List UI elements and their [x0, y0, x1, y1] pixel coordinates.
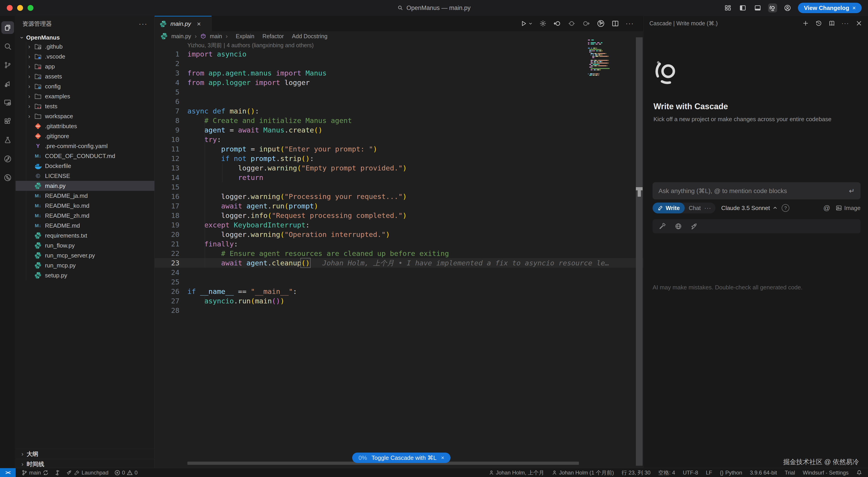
- tree-item-.gitattributes[interactable]: .gitattributes: [16, 121, 154, 131]
- code-line-13[interactable]: 13 logger.warning("Empty prompt provided…: [155, 163, 643, 173]
- code-line-17[interactable]: 17 await agent.run(prompt): [155, 201, 643, 211]
- submit-return-icon[interactable]: ↵: [849, 187, 855, 195]
- mode-more-icon[interactable]: ···: [704, 205, 711, 211]
- timeline-run-icon[interactable]: [597, 20, 605, 28]
- code-line-9[interactable]: 9 agent = await Manus.create(): [155, 125, 643, 135]
- chat-mode-button[interactable]: Chat: [689, 205, 701, 211]
- remote-indicator[interactable]: ><: [0, 468, 16, 477]
- minimap[interactable]: [588, 37, 636, 75]
- code-editor[interactable]: Yizhou, 3周前 | 4 authors (liangxinbing an…: [155, 41, 643, 466]
- tree-item-LICENSE[interactable]: ©LICENSE: [16, 171, 154, 181]
- tree-item-CODE_OF_CONDUCT.md[interactable]: M↓CODE_OF_CONDUCT.md: [16, 151, 154, 161]
- codelens-add-docstring[interactable]: Add Docstring: [292, 33, 328, 39]
- trial-status[interactable]: Trial: [784, 470, 795, 476]
- blame-commit-status[interactable]: Johan Holm (1 个月前): [552, 469, 614, 476]
- code-line-20[interactable]: 20 logger.warning("Operation interrupted…: [155, 230, 643, 239]
- tree-item-setup.py[interactable]: setup.py: [16, 270, 154, 280]
- cascade-prompt-input[interactable]: Ask anything (⌘L), @ to mention code blo…: [653, 182, 861, 199]
- nav-forward-icon[interactable]: [582, 20, 590, 27]
- tree-item-Dockerfile[interactable]: Dockerfile: [16, 161, 154, 171]
- minimize-window-button[interactable]: [17, 5, 23, 11]
- window-title-search[interactable]: OpenManus — main.py: [397, 0, 471, 16]
- code-line-6[interactable]: 6: [155, 97, 643, 106]
- activity-plugin-share-icon[interactable]: [0, 149, 16, 168]
- eol-status[interactable]: LF: [706, 470, 712, 476]
- tree-item-workspace[interactable]: ›workspace: [16, 111, 154, 121]
- nav-back-icon[interactable]: [553, 20, 561, 27]
- tab-main-py[interactable]: main.py ×: [155, 16, 212, 31]
- open-docs-icon[interactable]: [829, 20, 835, 27]
- problems-status[interactable]: 0 0: [114, 470, 138, 476]
- editor-more-actions-icon[interactable]: ···: [626, 20, 634, 27]
- code-line-28[interactable]: 28: [155, 306, 643, 315]
- codelens-refactor[interactable]: Refactor: [262, 33, 284, 39]
- model-help-icon[interactable]: ?: [782, 204, 789, 212]
- breadcrumb-symbol[interactable]: main: [210, 33, 222, 39]
- outline-section[interactable]: › 大纲: [16, 449, 154, 459]
- activity-search-icon[interactable]: [0, 37, 16, 56]
- codelens-explain[interactable]: Explain: [236, 33, 254, 39]
- toggle-panel-icon[interactable]: [753, 3, 762, 12]
- code-line-16[interactable]: 16 logger.warning("Processing your reque…: [155, 192, 643, 201]
- tree-item-README_ja.md[interactable]: M↓README_ja.md: [16, 191, 154, 201]
- code-line-23[interactable]: 23 await agent.cleanup() Johan Holm, 上个月…: [155, 258, 643, 268]
- tree-item-README.md[interactable]: M↓README.md: [16, 221, 154, 231]
- timeline-section[interactable]: › 时间线: [16, 459, 154, 469]
- close-panel-icon[interactable]: [856, 20, 862, 27]
- scrollbar-thumb-stem[interactable]: [638, 190, 641, 197]
- code-line-22[interactable]: 22 # Ensure agent resources are cleaned …: [155, 249, 643, 258]
- tree-item-README_zh.md[interactable]: M↓README_zh.md: [16, 211, 154, 221]
- history-icon[interactable]: [815, 20, 822, 27]
- toggle-sidebar-icon[interactable]: [738, 3, 747, 12]
- code-line-18[interactable]: 18 logger.info("Request processing compl…: [155, 211, 643, 220]
- code-line-25[interactable]: 25: [155, 277, 643, 287]
- panel-more-actions-icon[interactable]: ···: [842, 20, 849, 27]
- code-line-1[interactable]: 1import asyncio: [155, 49, 643, 59]
- explorer-more-actions-icon[interactable]: ···: [139, 20, 148, 28]
- windsurf-settings-status[interactable]: Windsurf - Settings: [803, 470, 848, 476]
- breadcrumb-file[interactable]: main.py: [171, 33, 191, 39]
- code-line-5[interactable]: 5: [155, 87, 643, 97]
- git-graph-status[interactable]: [55, 470, 60, 476]
- tree-item-examples[interactable]: ›examples: [16, 91, 154, 101]
- write-mode-button[interactable]: Write: [653, 203, 685, 213]
- new-conversation-icon[interactable]: [802, 20, 809, 27]
- git-blame-codelens[interactable]: Yizhou, 3周前 | 4 authors (liangxinbing an…: [155, 41, 643, 49]
- split-editor-icon[interactable]: [612, 20, 619, 27]
- toast-close-icon[interactable]: ×: [441, 455, 444, 461]
- tree-item-.pre-commit-config.yaml[interactable]: Y.pre-commit-config.yaml: [16, 141, 154, 151]
- tree-item-requirements.txt[interactable]: requirements.txt: [16, 231, 154, 241]
- code-line-3[interactable]: 3from app.agent.manus import Manus: [155, 68, 643, 78]
- scrollbar-thumb[interactable]: [636, 187, 643, 190]
- notifications-bell-icon[interactable]: [856, 470, 862, 476]
- tree-item-assets[interactable]: ›assets: [16, 71, 154, 81]
- tree-item-.github[interactable]: ›.github: [16, 41, 154, 52]
- workspace-root-folder[interactable]: › OpenManus: [16, 33, 154, 42]
- code-line-26[interactable]: 26if __name__ == "__main__":: [155, 287, 643, 296]
- activity-source-control-icon[interactable]: [0, 56, 16, 74]
- language-mode-status[interactable]: {} Python: [720, 470, 742, 476]
- activity-extensions-icon[interactable]: [0, 112, 16, 131]
- tree-item-app[interactable]: ›app: [16, 61, 154, 71]
- git-branch-status[interactable]: main: [22, 470, 49, 476]
- code-line-7[interactable]: 7async def main():: [155, 106, 643, 116]
- changelog-close-icon[interactable]: ×: [852, 4, 856, 11]
- tab-close-icon[interactable]: ×: [197, 20, 201, 28]
- activity-explorer-icon[interactable]: [0, 18, 16, 37]
- code-line-12[interactable]: 12 if not prompt.strip():: [155, 154, 643, 163]
- tree-item-run_mcp.py[interactable]: run_mcp.py: [16, 261, 154, 270]
- mention-at-icon[interactable]: @: [823, 204, 830, 212]
- code-line-10[interactable]: 10 try:: [155, 135, 643, 144]
- blame-author-status[interactable]: Johan Holm, 上个月: [489, 469, 544, 476]
- code-line-27[interactable]: 27 asyncio.run(main()): [155, 296, 643, 306]
- launchpad-status[interactable]: Launchpad: [66, 470, 108, 476]
- code-line-8[interactable]: 8 # Create and initialize Manus agent: [155, 116, 643, 125]
- cascade-toggle-icon[interactable]: [768, 3, 777, 12]
- zoom-window-button[interactable]: [28, 5, 33, 11]
- run-python-file-button[interactable]: [520, 20, 532, 27]
- activity-remote-explorer-icon[interactable]: [0, 93, 16, 112]
- attach-image-button[interactable]: Image: [836, 205, 861, 212]
- code-line-2[interactable]: 2: [155, 59, 643, 68]
- activity-run-debug-icon[interactable]: [0, 74, 16, 93]
- tree-item-run_flow.py[interactable]: run_flow.py: [16, 241, 154, 250]
